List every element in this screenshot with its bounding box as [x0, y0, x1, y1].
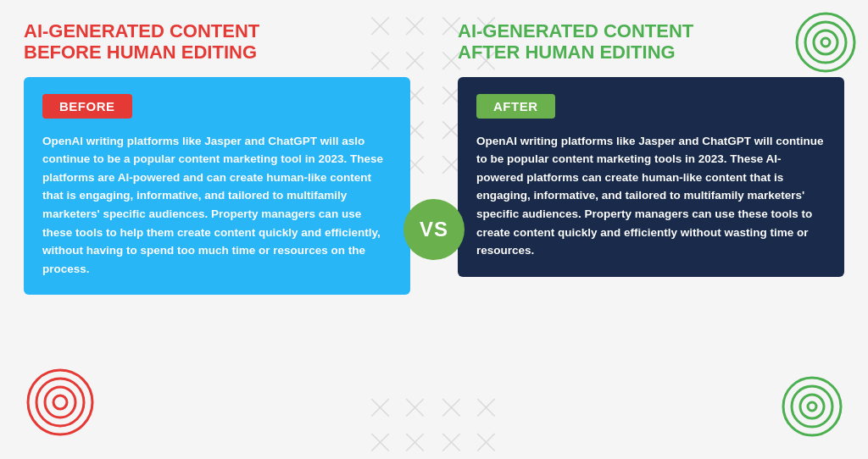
- svg-line-24: [371, 434, 388, 451]
- svg-point-66: [800, 395, 824, 418]
- svg-line-54: [477, 399, 494, 416]
- svg-line-23: [406, 399, 423, 416]
- svg-line-25: [371, 434, 388, 451]
- red-circles-decoration: [22, 364, 98, 440]
- after-badge: AFTER: [476, 94, 555, 119]
- svg-point-65: [792, 386, 832, 427]
- left-body-text: OpenAI writing platforms like Jasper and…: [42, 132, 392, 279]
- right-content-box: AFTER OpenAI writing platforms like Jasp…: [458, 77, 844, 277]
- svg-point-30: [45, 387, 75, 418]
- svg-point-29: [36, 379, 84, 426]
- svg-line-57: [442, 434, 459, 451]
- svg-point-31: [53, 395, 67, 409]
- svg-line-22: [406, 399, 423, 416]
- svg-line-53: [442, 399, 459, 416]
- left-panel: AI-GENERATED CONTENT BEFORE HUMAN EDITIN…: [0, 0, 434, 459]
- svg-line-21: [371, 399, 388, 416]
- green-circles-bottom-decoration: [778, 373, 846, 440]
- svg-line-52: [442, 399, 459, 416]
- svg-line-26: [406, 434, 423, 451]
- svg-line-56: [442, 434, 459, 451]
- svg-line-55: [477, 399, 494, 416]
- svg-line-20: [371, 399, 388, 416]
- left-panel-title: AI-GENERATED CONTENT BEFORE HUMAN EDITIN…: [24, 20, 410, 64]
- svg-line-27: [406, 434, 423, 451]
- vs-circle: VS: [403, 199, 465, 260]
- svg-line-59: [477, 434, 494, 451]
- right-body-text: OpenAI writing platforms like Jasper and…: [476, 132, 826, 260]
- svg-line-58: [477, 434, 494, 451]
- before-badge: BEFORE: [42, 94, 132, 119]
- right-panel: AI-GENERATED CONTENT AFTER HUMAN EDITING…: [434, 0, 868, 459]
- left-content-box: BEFORE OpenAI writing platforms like Jas…: [24, 77, 410, 296]
- svg-point-67: [808, 402, 816, 411]
- page-container: AI-GENERATED CONTENT BEFORE HUMAN EDITIN…: [0, 0, 868, 459]
- right-panel-title: AI-GENERATED CONTENT AFTER HUMAN EDITING: [458, 20, 844, 64]
